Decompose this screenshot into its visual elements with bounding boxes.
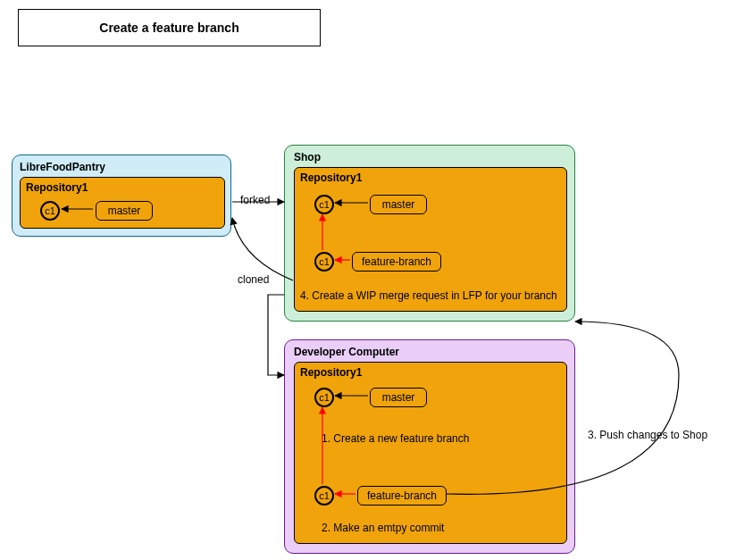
lfp-title: LibreFoodPantry <box>20 161 105 173</box>
shop-container: Shop Repository1 c1 master c1 feature-br… <box>284 145 575 322</box>
branch-label: master <box>108 205 141 217</box>
lfp-repo-title: Repository1 <box>26 181 88 194</box>
dev-title: Developer Computer <box>294 346 399 358</box>
dev-commit-top: c1 <box>314 388 334 407</box>
shop-repo: Repository1 c1 master c1 feature-branch … <box>294 167 567 312</box>
dev-repo-title: Repository1 <box>300 366 362 379</box>
shop-step4: 4. Create a WIP merge request in LFP for… <box>300 289 557 302</box>
edge-label-step3: 3. Push changes to Shop <box>588 429 707 441</box>
lfp-container: LibreFoodPantry Repository1 c1 master <box>12 155 231 237</box>
lfp-branch-master: master <box>96 201 153 221</box>
commit-label: c1 <box>45 205 55 216</box>
diagram-canvas: Create a feature branch LibreFoodPantry … <box>0 0 736 560</box>
commit-label: c1 <box>319 392 330 403</box>
branch-label: feature-branch <box>367 489 437 502</box>
shop-commit-top: c1 <box>314 195 334 214</box>
shop-title: Shop <box>294 151 321 163</box>
edge-label-forked: forked <box>240 194 270 206</box>
shop-commit-bottom: c1 <box>314 252 334 272</box>
dev-step2: 2. Make an emtpy commit <box>322 522 444 534</box>
dev-repo: Repository1 c1 master 1. Create a new fe… <box>294 362 567 544</box>
dev-branch-feature: feature-branch <box>357 486 447 506</box>
lfp-repo: Repository1 c1 master <box>20 177 225 229</box>
title-box: Create a feature branch <box>18 9 321 46</box>
edge-label-cloned: cloned <box>238 273 269 286</box>
branch-label: master <box>382 391 415 404</box>
lfp-commit-c1: c1 <box>40 201 60 221</box>
dev-container: Developer Computer Repository1 c1 master… <box>284 339 575 554</box>
commit-label: c1 <box>319 199 330 210</box>
shop-branch-feature: feature-branch <box>352 252 441 272</box>
dev-commit-bottom: c1 <box>314 486 334 506</box>
branch-label: master <box>382 198 415 211</box>
shop-branch-master: master <box>370 195 427 214</box>
dev-step1: 1. Create a new feature branch <box>322 432 469 445</box>
commit-label: c1 <box>319 256 330 267</box>
commit-label: c1 <box>319 490 330 501</box>
shop-repo-title: Repository1 <box>300 171 362 184</box>
dev-branch-master: master <box>370 388 427 407</box>
diagram-title: Create a feature branch <box>99 21 238 35</box>
branch-label: feature-branch <box>362 255 431 268</box>
